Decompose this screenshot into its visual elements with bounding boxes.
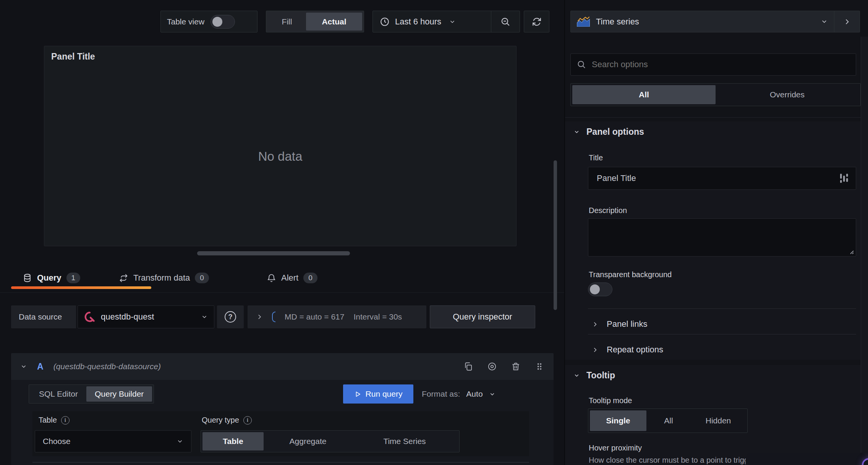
query-type-aggregate[interactable]: Aggregate: [264, 432, 352, 450]
toggle-knob: [212, 17, 222, 27]
resize-handle-icon[interactable]: [848, 249, 854, 255]
tooltip-mode-label: Tooltip mode: [589, 396, 632, 405]
vertical-scrollbar[interactable]: [554, 160, 557, 310]
query-builder-option[interactable]: Query Builder: [86, 386, 152, 402]
actual-option[interactable]: Actual: [306, 13, 362, 31]
questdb-logo-icon: [84, 311, 96, 323]
chevron-down-icon[interactable]: [20, 363, 27, 370]
filter-tab-all[interactable]: All: [572, 85, 716, 104]
time-range-button[interactable]: Last 6 hours: [373, 17, 491, 27]
format-as-value: Auto: [466, 389, 483, 399]
query-type-time-series[interactable]: Time Series: [352, 432, 457, 450]
tab-query-label: Query: [37, 273, 62, 283]
query-row-header[interactable]: A (questdb-questdb-datasource): [11, 353, 554, 380]
chevron-down-icon: [449, 18, 456, 25]
options-sidebar: Time series All Over: [565, 0, 868, 465]
panel-preview: Panel Title No data: [44, 46, 517, 246]
table-view-toggle[interactable]: [211, 15, 235, 29]
tab-alert[interactable]: Alert 0: [267, 268, 317, 288]
transparent-background-toggle[interactable]: [588, 283, 612, 296]
no-data-message: No data: [44, 67, 516, 246]
table-view-label: Table view: [167, 17, 204, 26]
description-textarea[interactable]: [588, 219, 856, 256]
datasource-label: Data source: [11, 305, 76, 328]
query-type-table[interactable]: Table: [202, 432, 264, 450]
run-query-button[interactable]: Run query: [343, 384, 413, 404]
tooltip-mode-single[interactable]: Single: [590, 410, 646, 431]
query-options-summary[interactable]: MD = auto = 617 Interval = 30s: [248, 305, 426, 328]
time-series-viz-icon: [577, 16, 590, 27]
panel-options-header[interactable]: Panel options: [573, 127, 644, 137]
panel-title-field: [588, 167, 856, 190]
tab-transform-badge: 0: [195, 273, 209, 283]
toast-notification[interactable]: [746, 453, 866, 465]
suggestions-bars-icon[interactable]: [840, 173, 848, 184]
tab-query[interactable]: Query 1: [23, 268, 80, 288]
query-row-a: A (questdb-questdb-datasource): [11, 353, 554, 465]
format-as-label: Format as:: [422, 389, 460, 399]
filter-tab-overrides[interactable]: Overrides: [716, 85, 859, 104]
repeat-options-row[interactable]: Repeat options: [592, 340, 663, 360]
hover-proximity-label: Hover proximity: [589, 444, 642, 452]
tab-alert-badge: 0: [303, 273, 317, 283]
max-data-points-text: MD = auto = 617: [285, 312, 344, 321]
datasource-help-button[interactable]: ?: [217, 305, 244, 328]
title-field-label: Title: [589, 153, 603, 162]
tabs-divider: [0, 292, 564, 293]
grafana-panel-editor: Table view Fill Actual Last 6 hours: [0, 0, 868, 465]
visualization-name: Time series: [596, 17, 639, 27]
chevron-down-icon: [821, 18, 828, 25]
zoom-out-icon: [500, 17, 510, 27]
query-editor-body: SQL Editor Query Builder Run query Forma…: [11, 380, 554, 465]
tooltip-mode-hidden[interactable]: Hidden: [691, 410, 746, 431]
chevron-down-icon: [177, 438, 183, 445]
transform-icon: [119, 273, 128, 283]
info-icon: i: [243, 416, 252, 425]
panel-options-section: Panel options Title Description: [565, 121, 861, 360]
tab-transform-data[interactable]: Transform data 0: [119, 268, 209, 288]
description-field-label: Description: [589, 206, 627, 215]
sql-editor-option[interactable]: SQL Editor: [31, 386, 86, 402]
help-icon: ?: [225, 311, 236, 323]
description-field: [588, 218, 856, 257]
time-picker: Last 6 hours: [372, 11, 520, 32]
delete-query-trash-button[interactable]: [511, 362, 521, 371]
fill-actual-segmented: Fill Actual: [266, 11, 364, 32]
info-icon: i: [61, 416, 70, 425]
options-search-input[interactable]: [591, 59, 850, 70]
duplicate-query-button[interactable]: [463, 362, 473, 371]
query-inspector-button[interactable]: Query inspector: [430, 305, 535, 328]
options-search: [570, 53, 856, 76]
options-filter-tabs: All Overrides: [570, 83, 861, 106]
chevron-down-icon: [573, 129, 580, 135]
panel-links-row[interactable]: Panel links: [592, 314, 647, 334]
toggle-knob: [590, 284, 600, 294]
query-builder-form: Table i Query type i Choose Table Aggreg…: [32, 411, 529, 456]
refresh-icon: [532, 17, 542, 27]
chevron-down-icon: [573, 372, 580, 379]
drag-handle[interactable]: [534, 362, 544, 371]
table-select[interactable]: Choose: [35, 430, 191, 452]
fill-option[interactable]: Fill: [268, 13, 306, 31]
horizontal-scrollbar[interactable]: [197, 251, 350, 255]
panel-title: Panel Title: [51, 52, 95, 62]
format-as-control[interactable]: Format as: Auto: [422, 384, 496, 404]
sidebar-scrollbar-track[interactable]: [861, 37, 868, 465]
visualization-select[interactable]: Time series: [571, 11, 834, 32]
options-divider: [565, 117, 861, 118]
query-ref-id: A: [37, 362, 44, 372]
angle-right-icon: [843, 18, 851, 26]
tooltip-section: Tooltip Tooltip mode Single All Hidden H…: [565, 365, 861, 465]
database-icon: [23, 273, 32, 283]
row-divider: [588, 334, 856, 334]
angle-right-icon: [256, 313, 263, 320]
zoom-out-button[interactable]: [491, 17, 520, 27]
panel-title-input[interactable]: [596, 173, 840, 184]
disable-query-eye-button[interactable]: [487, 362, 497, 371]
table-select-value: Choose: [43, 437, 70, 446]
tooltip-header[interactable]: Tooltip: [573, 370, 615, 381]
refresh-button[interactable]: [524, 11, 549, 32]
tooltip-mode-all[interactable]: All: [646, 410, 691, 431]
collapse-options-button[interactable]: [834, 11, 860, 32]
datasource-picker[interactable]: questdb-quest: [78, 305, 214, 328]
